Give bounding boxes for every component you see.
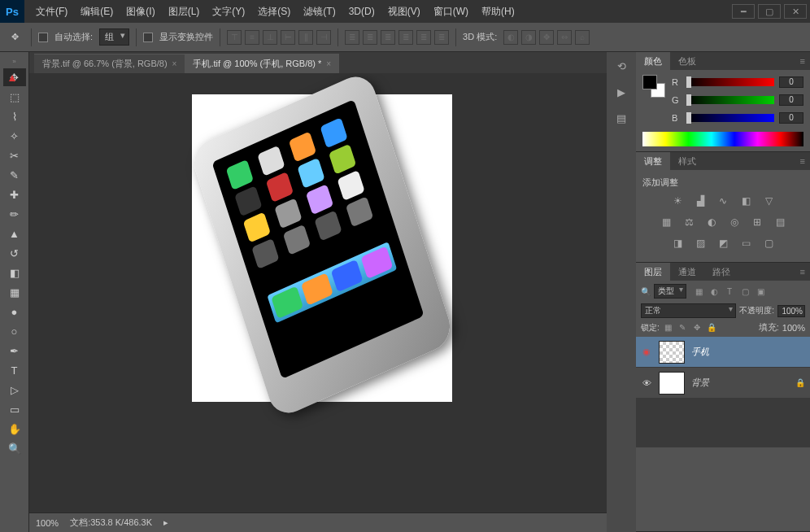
- tools-collapse-icon[interactable]: »: [0, 55, 28, 67]
- hue-icon[interactable]: ▦: [659, 215, 673, 229]
- layer-thumbnail[interactable]: [659, 372, 685, 395]
- auto-select-checkbox[interactable]: [38, 33, 48, 42]
- tab-adjustments[interactable]: 调整: [636, 152, 670, 170]
- align-bottom-icon[interactable]: ⊥: [263, 30, 277, 45]
- dodge-tool[interactable]: ○: [3, 322, 26, 340]
- tab-channels[interactable]: 通道: [670, 263, 704, 281]
- layer-filter-kind[interactable]: 类型: [654, 284, 686, 299]
- magic-wand-tool[interactable]: ✧: [3, 127, 26, 145]
- distribute-3-icon[interactable]: ≣: [381, 30, 395, 45]
- tab-styles[interactable]: 样式: [670, 152, 704, 170]
- 3d-pan-icon[interactable]: ✥: [539, 30, 554, 45]
- fill-value[interactable]: 100%: [782, 323, 805, 333]
- filter-smart-icon[interactable]: ▣: [755, 286, 766, 297]
- threshold-icon[interactable]: ◩: [716, 236, 730, 251]
- align-vcenter-icon[interactable]: ≡: [245, 30, 259, 45]
- menu-view[interactable]: 视图(V): [381, 0, 427, 23]
- visibility-toggle[interactable]: 👁: [641, 377, 652, 389]
- panel-menu-icon[interactable]: ≡: [795, 56, 810, 66]
- blend-mode-select[interactable]: 正常: [641, 303, 736, 318]
- stamp-tool[interactable]: ▲: [3, 225, 26, 242]
- pen-tool[interactable]: ✒: [3, 342, 26, 360]
- lock-all-icon[interactable]: 🔒: [707, 322, 717, 333]
- invert-icon[interactable]: ◨: [670, 236, 685, 251]
- layer-row-background[interactable]: 👁 背景 🔒: [636, 368, 810, 399]
- panel-menu-icon[interactable]: ≡: [795, 156, 810, 166]
- g-value[interactable]: 0: [779, 94, 803, 106]
- vibrance-icon[interactable]: ▽: [761, 194, 776, 208]
- brush-tool[interactable]: ✏: [3, 205, 26, 223]
- eyedropper-tool[interactable]: ✎: [3, 166, 26, 184]
- close-button[interactable]: ✕: [784, 4, 807, 19]
- opacity-value[interactable]: 100%: [777, 305, 805, 317]
- gradient-map-icon[interactable]: ▭: [738, 236, 753, 251]
- blur-tool[interactable]: ●: [3, 303, 26, 321]
- lock-pixels-icon[interactable]: ✎: [677, 322, 688, 333]
- maximize-button[interactable]: ▢: [758, 4, 781, 19]
- tab-swatches[interactable]: 色板: [670, 52, 704, 70]
- show-transform-checkbox[interactable]: [143, 33, 153, 42]
- marquee-tool[interactable]: ⬚: [3, 88, 26, 106]
- brightness-icon[interactable]: ☀: [670, 194, 685, 208]
- menu-image[interactable]: 图像(I): [120, 0, 161, 23]
- align-left-icon[interactable]: ⊢: [281, 30, 295, 45]
- tab-close-icon[interactable]: ×: [172, 59, 177, 68]
- layers-empty-area[interactable]: [636, 399, 810, 447]
- r-slider[interactable]: [686, 78, 774, 86]
- color-spectrum[interactable]: [642, 132, 803, 146]
- b-value[interactable]: 0: [779, 112, 803, 124]
- doc-info[interactable]: 文档:353.8 K/486.3K: [70, 517, 152, 529]
- healing-tool[interactable]: ✚: [3, 185, 26, 203]
- zoom-tool[interactable]: 🔍: [3, 439, 26, 457]
- 3d-slide-icon[interactable]: ⇔: [557, 30, 572, 45]
- lock-position-icon[interactable]: ✥: [692, 322, 703, 333]
- status-chevron-icon[interactable]: ▸: [163, 517, 168, 528]
- history-panel-icon[interactable]: ⟲: [612, 57, 630, 75]
- b-slider[interactable]: [686, 114, 774, 122]
- filter-shape-icon[interactable]: ▢: [739, 286, 751, 297]
- layer-name[interactable]: 手机: [691, 346, 805, 358]
- crop-tool[interactable]: ✂: [3, 146, 26, 164]
- 3d-zoom-icon[interactable]: ⌕: [575, 30, 590, 45]
- menu-help[interactable]: 帮助(H): [475, 0, 521, 23]
- posterize-icon[interactable]: ▨: [693, 236, 708, 251]
- canvas-viewport[interactable]: [29, 73, 607, 512]
- layer-row-phone[interactable]: ◉ 手机: [636, 337, 810, 368]
- distribute-5-icon[interactable]: ≣: [416, 30, 431, 45]
- move-tool[interactable]: ✥: [3, 68, 26, 86]
- g-slider[interactable]: [686, 96, 774, 104]
- lasso-tool[interactable]: ⌇: [3, 107, 26, 125]
- panel-menu-icon[interactable]: ≡: [795, 267, 810, 277]
- zoom-level[interactable]: 100%: [36, 518, 59, 528]
- menu-3d[interactable]: 3D(D): [342, 0, 381, 23]
- menu-layer[interactable]: 图层(L): [162, 0, 207, 23]
- layer-name[interactable]: 背景: [691, 377, 789, 389]
- filter-pixel-icon[interactable]: ▦: [693, 286, 704, 297]
- tab-color[interactable]: 颜色: [636, 52, 670, 70]
- distribute-6-icon[interactable]: ≣: [434, 30, 449, 45]
- foreground-color[interactable]: [642, 75, 657, 89]
- filter-adjust-icon[interactable]: ◐: [708, 286, 720, 297]
- visibility-toggle[interactable]: ◉: [641, 347, 652, 358]
- path-select-tool[interactable]: ▷: [3, 381, 26, 399]
- tab-background[interactable]: 背景.tif @ 66.7% (背景, RGB/8) ×: [34, 54, 185, 73]
- menu-select[interactable]: 选择(S): [251, 0, 297, 23]
- distribute-1-icon[interactable]: ≣: [345, 30, 359, 45]
- selective-icon[interactable]: ▢: [761, 236, 776, 251]
- balance-icon[interactable]: ⚖: [682, 215, 696, 229]
- align-top-icon[interactable]: ⊤: [227, 30, 242, 45]
- lock-transparent-icon[interactable]: ▦: [663, 322, 673, 333]
- auto-select-mode[interactable]: 组: [99, 28, 129, 46]
- menu-type[interactable]: 文字(Y): [206, 0, 251, 23]
- actions-panel-icon[interactable]: ▶: [612, 83, 630, 101]
- 3d-roll-icon[interactable]: ◑: [521, 30, 536, 45]
- shape-tool[interactable]: ▭: [3, 400, 26, 418]
- menu-edit[interactable]: 编辑(E): [74, 0, 120, 23]
- align-right-icon[interactable]: ⊣: [316, 30, 331, 45]
- eraser-tool[interactable]: ◧: [3, 264, 26, 281]
- menu-filter[interactable]: 滤镜(T): [297, 0, 342, 23]
- minimize-button[interactable]: ━: [732, 4, 755, 19]
- tab-paths[interactable]: 路径: [704, 263, 738, 281]
- bw-icon[interactable]: ◐: [704, 215, 719, 229]
- tab-phone[interactable]: 手机.tif @ 100% (手机, RGB/8) * ×: [185, 54, 339, 73]
